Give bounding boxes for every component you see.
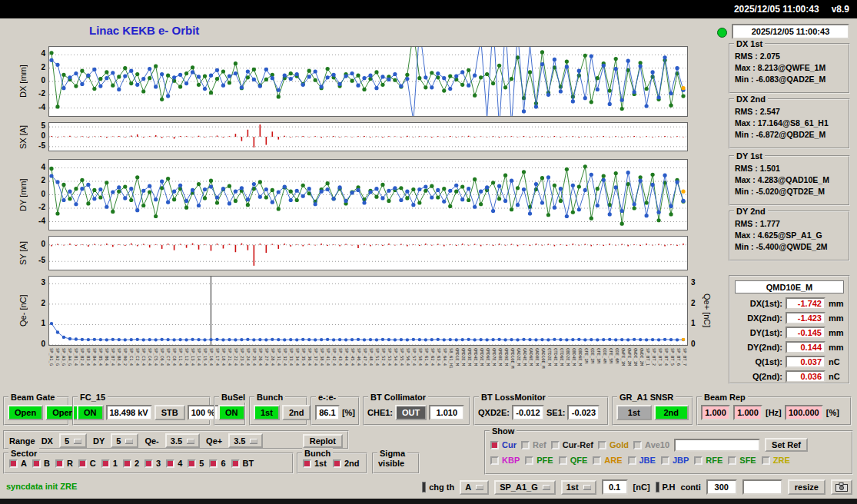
- checkbox-bt[interactable]: BT: [231, 459, 254, 468]
- bunch-order-select[interactable]: 1st: [561, 480, 596, 495]
- conti-label[interactable]: conti: [681, 482, 701, 492]
- min-line: Min : -6.872@QBD2E_M: [735, 129, 844, 141]
- checkbox-qfe[interactable]: QFE: [559, 456, 588, 465]
- checkbox-cur-ref[interactable]: Cur-Ref: [551, 440, 593, 449]
- datetime-display: 2025/12/05 11:00:43: [732, 24, 849, 39]
- range-dx-value: 5: [65, 436, 69, 446]
- checkbox-6[interactable]: 6: [209, 459, 225, 468]
- busel-on-button[interactable]: ON: [218, 405, 245, 420]
- gr-a1-snsr-group: GR_A1 SNSR 1st 2nd: [612, 396, 693, 426]
- set-ref-input[interactable]: [674, 439, 760, 452]
- checkbox-r[interactable]: R: [55, 459, 73, 468]
- bunch-2nd-button[interactable]: 2nd: [282, 405, 311, 420]
- status-controls: chg th A SP_A1_G 1st 0.1 [nC] P.H conti …: [422, 478, 852, 496]
- ph-checkbox[interactable]: P.H: [656, 482, 676, 492]
- qe-plus-axis-label: Qe+ [nC]: [701, 276, 712, 346]
- checkbox-rfe[interactable]: RFE: [694, 456, 722, 465]
- qe-minus-axis-ticks: 3210: [29, 276, 46, 346]
- selected-monitor-values: DX(1st):-1.742mmDX(2nd):-1.423mmDY(1st):…: [733, 297, 845, 383]
- snsr-1st-button[interactable]: 1st: [616, 405, 652, 420]
- ee-ratio-title: e-:e-: [316, 392, 338, 403]
- screenshot-button[interactable]: [831, 479, 852, 495]
- sy-axis-ticks: 0-5: [29, 236, 46, 270]
- range-qep-select[interactable]: 3.5: [228, 433, 263, 448]
- qxd2e-label: QXD2E:: [478, 408, 510, 417]
- device-select[interactable]: SP_A1_G: [494, 480, 556, 495]
- checkbox-ave10[interactable]: Ave10: [633, 440, 669, 449]
- max-line: Max : 4.283@QAD10E_M: [735, 174, 844, 186]
- checkbox-jbe[interactable]: JBE: [628, 456, 656, 465]
- checkbox-are[interactable]: ARE: [593, 456, 622, 465]
- monitor-value-row: DX(2nd):-1.423mm: [735, 311, 844, 324]
- sx-axis-ticks: 50-5: [29, 122, 46, 151]
- range-qem-value: 3.5: [171, 436, 182, 446]
- checkbox-1[interactable]: 1: [101, 459, 118, 468]
- che1-state-button[interactable]: OUT: [395, 405, 427, 420]
- checkbox-kbp[interactable]: KBP: [490, 456, 520, 465]
- rms-line: RMS : 1.777: [735, 218, 844, 230]
- ph-indicator: [656, 482, 659, 492]
- checkbox-5[interactable]: 5: [188, 459, 204, 468]
- se1-label: SE1:: [546, 408, 565, 417]
- fc15-on-button[interactable]: ON: [77, 405, 104, 420]
- dy-axis-label: DY [mm]: [18, 159, 29, 230]
- checkbox-a[interactable]: A: [9, 459, 27, 468]
- min-line: Min : -5.020@QTD2E_M: [735, 186, 844, 197]
- dx-axis-ticks: 420-2-4: [29, 46, 46, 117]
- chg-th-indicator: [422, 482, 426, 492]
- sigma-visible-checkbox[interactable]: visible: [378, 459, 404, 468]
- range-dy-select[interactable]: 5: [111, 433, 138, 448]
- range-qep-label: Qe+: [206, 436, 222, 446]
- range-qem-select[interactable]: 3.5: [165, 433, 200, 448]
- beam-rep-title: Beam Rep: [702, 392, 748, 403]
- sx-axis-label: SX [A]: [18, 122, 29, 151]
- fc15-group: FC_15 ON 18.498 kV STB 100 %: [72, 396, 211, 426]
- fc15-stb-button[interactable]: STB: [154, 405, 185, 420]
- checkbox-2[interactable]: 2: [123, 459, 139, 468]
- bunch-select-title: Bunch: [254, 392, 285, 403]
- checkbox-sfe[interactable]: SFE: [728, 456, 756, 465]
- device-value: SP_A1_G: [500, 482, 538, 492]
- max-line: Max : 17.164@S8_61_H1: [735, 118, 844, 129]
- resize-button[interactable]: resize: [788, 479, 825, 495]
- checkbox-1st[interactable]: 1st: [303, 459, 327, 468]
- dropdown-indicator: [125, 439, 133, 443]
- checkbox-b[interactable]: B: [32, 459, 50, 468]
- checkbox-zre[interactable]: ZRE: [762, 456, 790, 465]
- bunch-view-group: Bunch 1st2nd: [297, 453, 367, 474]
- page-title: Linac KEKB e- Orbit: [89, 24, 199, 37]
- beam-rep-hz-unit: [Hz]: [766, 408, 782, 417]
- beam-gate-open-1-button[interactable]: Open: [8, 405, 43, 420]
- replot-button[interactable]: Replot: [303, 434, 343, 448]
- extra-input[interactable]: [742, 479, 782, 495]
- dropdown-indicator: [543, 485, 550, 489]
- checkbox-ref[interactable]: Ref: [521, 440, 546, 449]
- range-dx-select[interactable]: 5: [59, 433, 87, 448]
- checkbox-pfe[interactable]: PFE: [525, 456, 553, 465]
- chg-th-checkbox[interactable]: chg th: [422, 482, 454, 492]
- checkbox-gold[interactable]: Gold: [598, 440, 629, 449]
- threshold-input[interactable]: 0.1: [602, 479, 628, 495]
- checkbox-2nd[interactable]: 2nd: [333, 459, 360, 468]
- threshold-unit: [nC]: [633, 482, 650, 492]
- checkbox-4[interactable]: 4: [166, 459, 182, 468]
- snsr-2nd-button[interactable]: 2nd: [654, 405, 689, 420]
- dropdown-indicator: [187, 439, 194, 443]
- checkbox-c[interactable]: C: [78, 459, 96, 468]
- sigma-group: Sigma visible: [372, 453, 420, 474]
- charge-plot: [48, 276, 688, 346]
- status-bar: syncdata init ZRE chg th A SP_A1_G 1st 0…: [0, 476, 857, 498]
- busel-title: BuSel: [219, 392, 247, 403]
- checkbox-cur[interactable]: Cur: [490, 440, 517, 449]
- region-select[interactable]: A: [460, 480, 489, 495]
- bunch-1st-button[interactable]: 1st: [254, 405, 280, 420]
- busel-group: BuSel ON: [214, 396, 246, 426]
- stats-box-dx-2nd: DX 2ndRMS : 2.547Max : 17.164@S8_61_H1Mi…: [729, 98, 850, 149]
- count-input[interactable]: 300: [706, 479, 737, 495]
- ph-label: P.H: [663, 482, 676, 492]
- checkbox-jbp[interactable]: JBP: [661, 456, 689, 465]
- checkbox-3[interactable]: 3: [144, 459, 161, 468]
- set-ref-button[interactable]: Set Ref: [765, 438, 808, 452]
- region-value: A: [465, 482, 471, 492]
- qe-minus-axis-label: Qe- [nC]: [18, 276, 29, 346]
